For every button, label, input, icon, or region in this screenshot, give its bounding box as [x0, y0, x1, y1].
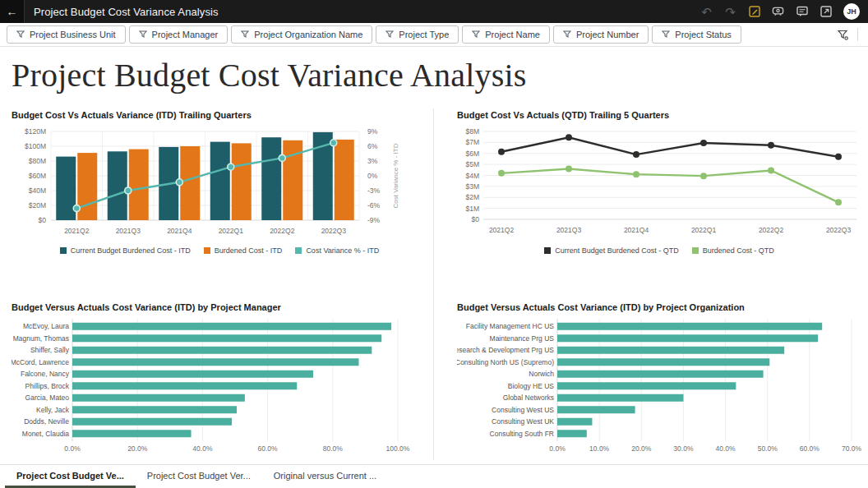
line-point-2021Q3[interactable]	[566, 134, 572, 140]
filter-chip-label: Project Business Unit	[30, 30, 116, 39]
line-point-2021Q4[interactable]	[633, 171, 639, 177]
axis-label: $20M	[29, 201, 46, 209]
legend-item[interactable]: Burdened Cost - QTD	[692, 246, 774, 255]
tab-original-versus-current[interactable]: Original versus Current ...	[262, 465, 388, 488]
category-label: Maintenance Prg US	[490, 334, 555, 343]
legend-label: Burdened Cost - ITD	[215, 246, 283, 255]
bar-Facility Management HC US[interactable]	[557, 323, 822, 330]
line-point-2022Q2[interactable]	[768, 167, 774, 173]
bar-Maintenance Prg US[interactable]	[557, 334, 818, 342]
line-point-2021Q2[interactable]	[498, 149, 505, 155]
line-point-2022Q3[interactable]	[330, 140, 337, 146]
bar-Consulting North US (Supremo)[interactable]	[557, 358, 769, 366]
undo-button[interactable]: ↶	[700, 6, 713, 18]
filter-chip-project-business-unit[interactable]: Project Business Unit	[7, 25, 126, 44]
bar-Consulting South FR[interactable]	[557, 430, 587, 437]
category-label: McCord, Lawrence	[12, 358, 69, 366]
bar-2022Q1[interactable]	[232, 143, 252, 220]
bar-Monet, Claudia[interactable]	[72, 430, 192, 437]
filter-chip-project-name[interactable]: Project Name	[462, 25, 550, 44]
axis-label: $60M	[29, 172, 46, 180]
legend-label: Current Budget Burdened Cost - QTD	[555, 246, 679, 255]
back-button[interactable]: ←	[0, 0, 25, 23]
filter-settings-button[interactable]	[837, 29, 849, 41]
axis-label: 50.0%	[758, 444, 778, 453]
comments-button[interactable]	[796, 6, 808, 18]
bar-McEvoy, Laura[interactable]	[72, 323, 391, 330]
line-point-2022Q1[interactable]	[228, 163, 234, 170]
line-point-2022Q2[interactable]	[279, 154, 285, 161]
category-label: Monet, Claudia	[22, 430, 69, 438]
bar-2021Q3[interactable]	[129, 150, 149, 220]
bar-Shiffer, Sally[interactable]	[72, 347, 372, 354]
category-label: Consulting West UK	[492, 417, 554, 426]
axis-label: $3M	[465, 182, 479, 191]
bar-Garcia, Mateo[interactable]	[72, 394, 245, 402]
bar-McCord, Lawrence[interactable]	[72, 358, 358, 366]
bar-Consulting West UK[interactable]	[557, 418, 592, 426]
bar-Magnum, Thomas[interactable]	[72, 334, 381, 342]
line-point-2021Q3[interactable]	[125, 187, 132, 194]
line-point-2022Q3[interactable]	[835, 154, 842, 160]
open-in-new-button[interactable]	[820, 6, 832, 18]
filter-chip-project-number[interactable]: Project Number	[553, 25, 649, 44]
bar-Research & Development Prg US[interactable]	[557, 347, 784, 354]
axis-label: $7M	[465, 138, 479, 146]
axis-label: $40M	[29, 186, 46, 195]
tab-project-cost-budget-1[interactable]: Project Cost Budget Ve...	[5, 465, 136, 488]
bar-Dodds, Neville[interactable]	[72, 418, 232, 426]
filter-chip-project-type[interactable]: Project Type	[376, 25, 459, 44]
line-point-2021Q4[interactable]	[633, 151, 639, 158]
redo-icon: ↷	[725, 6, 736, 18]
legend-swatch	[544, 247, 551, 254]
line-point-2021Q3[interactable]	[566, 165, 572, 172]
axis-label: $2M	[465, 193, 479, 201]
category-label: Garcia, Mateo	[25, 394, 70, 402]
present-button[interactable]	[772, 6, 784, 18]
legend-item[interactable]: Burdened Cost - ITD	[204, 246, 283, 255]
bar-2022Q2[interactable]	[261, 137, 281, 220]
chart-card-itd-variance: Budget Cost Vs Actuals Variance (ITD) Tr…	[12, 110, 427, 260]
bar-Consulting West US[interactable]	[557, 406, 635, 413]
line-point-2021Q2[interactable]	[73, 205, 80, 212]
legend-item[interactable]: Current Budget Burdened Cost - QTD	[544, 246, 679, 255]
line-point-2021Q2[interactable]	[498, 170, 505, 177]
axis-label: $8M	[465, 127, 479, 136]
header-actions: ↶ ↷	[700, 3, 860, 20]
edit-button[interactable]	[748, 6, 760, 18]
line-point-2021Q4[interactable]	[176, 179, 182, 186]
line-point-2022Q3[interactable]	[835, 199, 842, 205]
bar-Global Networks[interactable]	[557, 394, 683, 402]
line-point-2022Q1[interactable]	[700, 173, 707, 179]
bar-2022Q1[interactable]	[210, 142, 230, 220]
legend-item[interactable]: Cost Variance % - ITD	[295, 246, 379, 255]
bar-2021Q2[interactable]	[56, 157, 76, 220]
filter-chip-project-organization-name[interactable]: Project Organization Name	[231, 25, 372, 44]
legend-swatch	[204, 247, 210, 254]
filter-chip-project-manager[interactable]: Project Manager	[129, 25, 229, 44]
axis-label: $1M	[465, 205, 479, 213]
tab-project-cost-budget-2[interactable]: Project Cost Budget Ver...	[136, 465, 262, 488]
bar-2021Q3[interactable]	[108, 151, 127, 220]
bar-Biology HE US[interactable]	[557, 382, 736, 389]
bar-Phillips, Brock[interactable]	[72, 382, 297, 389]
legend-item[interactable]: Current Budget Burdened Cost - ITD	[60, 246, 191, 255]
axis-label: $120M	[25, 127, 46, 136]
bar-Norwich[interactable]	[557, 371, 764, 378]
redo-button[interactable]: ↷	[724, 6, 736, 18]
bar-2021Q2[interactable]	[77, 153, 97, 220]
line-point-2022Q1[interactable]	[700, 140, 707, 146]
user-avatar[interactable]: JH	[843, 3, 860, 20]
bar-2022Q3[interactable]	[335, 140, 354, 220]
filter-chip-project-status[interactable]: Project Status	[652, 25, 741, 44]
axis-label: 0.0%	[64, 444, 81, 453]
bar-Kelly, Jack[interactable]	[72, 406, 237, 413]
legend-swatch	[60, 247, 67, 254]
line-point-2022Q2[interactable]	[768, 142, 774, 149]
chart-legend: Current Budget Burdened Cost - ITDBurden…	[12, 246, 427, 255]
axis-label: 60.0%	[800, 444, 820, 453]
canvas-tab-bar: Project Cost Budget Ve... Project Cost B…	[0, 464, 868, 488]
axis-label: $80M	[29, 157, 46, 165]
present-icon	[772, 6, 784, 17]
bar-Falcone, Nancy[interactable]	[72, 371, 313, 378]
